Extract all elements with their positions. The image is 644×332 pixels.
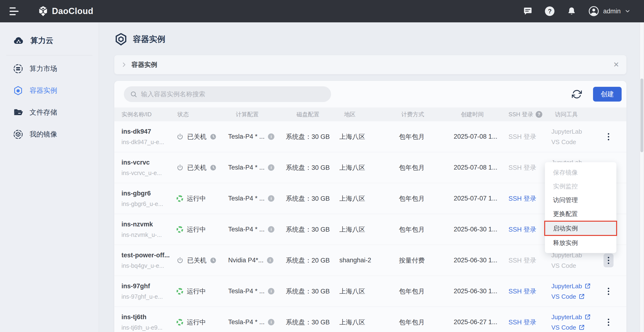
search-box[interactable]	[124, 86, 331, 102]
jupyterlab-link[interactable]: JupyterLab	[551, 281, 596, 291]
vscode-link[interactable]: VS Code	[551, 322, 596, 332]
instance-name: test-power-off...	[122, 250, 176, 260]
status-label: 运行中	[187, 318, 206, 327]
sidebar-item-my-images[interactable]: 我的镜像	[0, 123, 98, 145]
status-label: 已关机	[187, 256, 206, 265]
ssh-login-link[interactable]: SSH 登录	[508, 318, 551, 327]
ssh-login-link[interactable]: SSH 登录	[508, 256, 551, 265]
scrollbar[interactable]	[640, 22, 644, 332]
context-menu-item: 保存镜像	[545, 166, 616, 179]
sidebar-item-file-storage[interactable]: 文件存储	[0, 102, 98, 123]
close-icon[interactable]: ✕	[613, 61, 619, 68]
disk-config: 系统盘：30 GB	[286, 194, 340, 203]
chevron-right-icon[interactable]	[120, 61, 128, 68]
context-menu-item[interactable]: 启动实例	[544, 221, 617, 236]
header-region: 地区	[340, 111, 399, 118]
page-title: 容器实例	[133, 34, 165, 45]
instance-id: ins-nzvmk_u-...	[122, 229, 176, 240]
disk-config: 系统盘：30 GB	[286, 287, 340, 296]
clock-icon[interactable]	[210, 257, 216, 264]
hamburger-menu-icon[interactable]	[10, 5, 24, 17]
vscode-link[interactable]: VS Code	[551, 291, 596, 302]
scrollbar-thumb[interactable]	[640, 78, 643, 152]
created-time: 2025-06-27 1...	[454, 319, 508, 326]
external-link-icon	[578, 324, 585, 331]
disk-config: 系统盘：20 GB	[286, 256, 340, 265]
info-icon[interactable]: i	[267, 257, 274, 264]
region: 上海八区	[340, 133, 399, 141]
billing-mode: 包年包月	[399, 225, 454, 234]
billing-mode: 包年包月	[399, 194, 454, 203]
ssh-help-icon[interactable]: ?	[536, 111, 542, 118]
table-row: ins-dk947 ins-dk947_u-e... 已关机	[114, 121, 626, 152]
running-spinner-icon	[176, 319, 184, 326]
search-input[interactable]	[141, 91, 325, 98]
breadcrumb-bar[interactable]: 容器实例 ✕	[114, 55, 626, 74]
instance-id: ins-tj6th_u-e9...	[122, 322, 176, 332]
sidebar-item-market[interactable]: 算力市场	[0, 58, 98, 80]
row-context-menu: 保存镜像实例监控访问管理更换配置启动实例释放实例	[545, 162, 616, 253]
sidebar-item-label: 算力市场	[30, 64, 57, 73]
brand[interactable]: DaoCloud	[38, 6, 93, 17]
info-icon[interactable]: i	[268, 226, 274, 233]
topbar: DaoCloud ? admin	[0, 0, 644, 22]
info-icon[interactable]: i	[268, 288, 274, 294]
external-link-icon	[584, 314, 591, 320]
server-market-icon	[13, 63, 23, 74]
billing-mode: 包年包月	[399, 164, 454, 172]
billing-mode: 包年包月	[399, 318, 454, 327]
clock-icon[interactable]	[210, 133, 216, 140]
ssh-login-link[interactable]: SSH 登录	[508, 287, 551, 296]
kebab-menu-button[interactable]	[604, 130, 614, 144]
vscode-link[interactable]: VS Code	[551, 137, 596, 147]
instance-name: ins-nzvmk	[122, 219, 176, 229]
created-time: 2025-06-30 1...	[454, 288, 508, 295]
instance-id: ins-97ghf_u-e...	[122, 291, 176, 302]
context-menu-item[interactable]: 更换配置	[545, 207, 616, 221]
info-icon[interactable]: i	[268, 319, 274, 325]
info-icon[interactable]: i	[268, 133, 274, 140]
header-created: 创建时间	[454, 111, 508, 118]
avatar-icon	[588, 6, 599, 17]
kebab-menu-button[interactable]	[604, 254, 614, 267]
message-icon[interactable]	[522, 6, 533, 16]
instance-id: ins-gbgr6_u-e...	[122, 199, 176, 209]
region: 上海八区	[340, 318, 399, 327]
region: 上海八区	[340, 194, 399, 203]
jupyterlab-link[interactable]: JupyterLab	[551, 126, 596, 137]
sidebar-header-label: 算力云	[30, 35, 53, 46]
sidebar-item-label: 文件存储	[30, 108, 57, 117]
user-menu[interactable]: admin	[588, 6, 631, 17]
ssh-login-link[interactable]: SSH 登录	[508, 133, 551, 141]
sidebar-item-container-instances[interactable]: 容器实例	[0, 80, 98, 102]
table-header: 实例名称/ID 状态 计算配置 磁盘配置 地区 计费方式 创建时间 SSH 登录…	[114, 108, 626, 121]
header-ssh: SSH 登录 ?	[508, 111, 551, 118]
chevron-down-icon[interactable]	[624, 8, 631, 14]
created-time: 2025-07-08 1...	[454, 164, 508, 171]
create-button[interactable]: 创建	[593, 87, 622, 102]
info-icon[interactable]: i	[268, 164, 274, 171]
refresh-icon[interactable]	[571, 88, 582, 100]
compute-config: Tesla-P4 * ...	[228, 133, 264, 140]
compute-config: Tesla-P4 * ...	[228, 164, 264, 171]
instance-id: ins-bq4gv_u-e...	[122, 260, 176, 271]
kebab-menu-button[interactable]	[604, 284, 614, 298]
container-cube-icon	[13, 85, 23, 96]
running-spinner-icon	[176, 226, 184, 233]
power-off-icon	[176, 257, 184, 264]
created-time: 2025-06-30 1...	[454, 226, 508, 233]
cloud-compute-icon	[12, 34, 25, 47]
jupyterlab-link[interactable]: JupyterLab	[551, 312, 596, 322]
header-billing: 计费方式	[399, 111, 454, 118]
sidebar-header-suanliyun[interactable]: 算力云	[0, 22, 98, 48]
running-spinner-icon	[176, 195, 184, 202]
kebab-menu-button[interactable]	[604, 315, 614, 329]
header-compute: 计算配置	[226, 111, 286, 118]
info-icon[interactable]: i	[268, 195, 274, 202]
context-menu-item[interactable]: 释放实例	[545, 236, 616, 250]
clock-icon[interactable]	[210, 164, 216, 171]
help-icon[interactable]: ?	[544, 6, 555, 16]
vscode-link[interactable]: VS Code	[551, 260, 596, 271]
notification-bell-icon[interactable]	[566, 6, 577, 16]
context-menu-item[interactable]: 访问管理	[545, 193, 616, 207]
